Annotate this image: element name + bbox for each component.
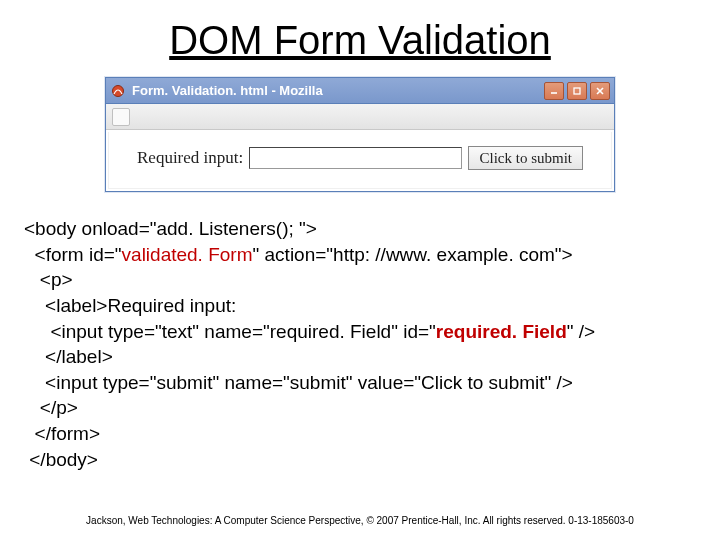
code-line: <p>	[24, 269, 73, 290]
code-line: </body>	[24, 449, 98, 470]
code-highlight: validated. Form	[122, 244, 253, 265]
submit-button[interactable]: Click to submit	[468, 146, 583, 170]
window-title: Form. Validation. html - Mozilla	[132, 83, 544, 98]
toolbar	[106, 104, 614, 130]
mozilla-icon	[110, 83, 126, 99]
close-button[interactable]	[590, 82, 610, 100]
code-line: " action="http: //www. example. com">	[253, 244, 573, 265]
code-line: " />	[567, 321, 595, 342]
browser-window: Form. Validation. html - Mozilla Require…	[105, 77, 615, 192]
code-line: <form id="	[24, 244, 122, 265]
code-highlight: required. Field	[436, 321, 567, 342]
footer-citation: Jackson, Web Technologies: A Computer Sc…	[0, 515, 720, 526]
window-buttons	[544, 82, 610, 100]
slide-title: DOM Form Validation	[0, 18, 720, 63]
code-snippet: <body onload="add. Listeners(); "> <form…	[24, 216, 696, 472]
input-label: Required input:	[137, 148, 243, 168]
code-line: <label>Required input:	[24, 295, 236, 316]
required-field-input[interactable]	[249, 147, 462, 169]
code-line: <input type="submit" name="submit" value…	[24, 372, 573, 393]
titlebar: Form. Validation. html - Mozilla	[106, 78, 614, 104]
code-line: <input type="text" name="required. Field…	[24, 321, 436, 342]
toolbar-doc-icon[interactable]	[112, 108, 130, 126]
code-line: </form>	[24, 423, 100, 444]
svg-point-0	[113, 85, 124, 96]
code-line: <body onload="add. Listeners(); ">	[24, 218, 317, 239]
page-content: Required input: Click to submit	[108, 132, 612, 189]
code-line: </label>	[24, 346, 113, 367]
maximize-button[interactable]	[567, 82, 587, 100]
minimize-button[interactable]	[544, 82, 564, 100]
code-line: </p>	[24, 397, 78, 418]
svg-rect-2	[574, 88, 580, 94]
